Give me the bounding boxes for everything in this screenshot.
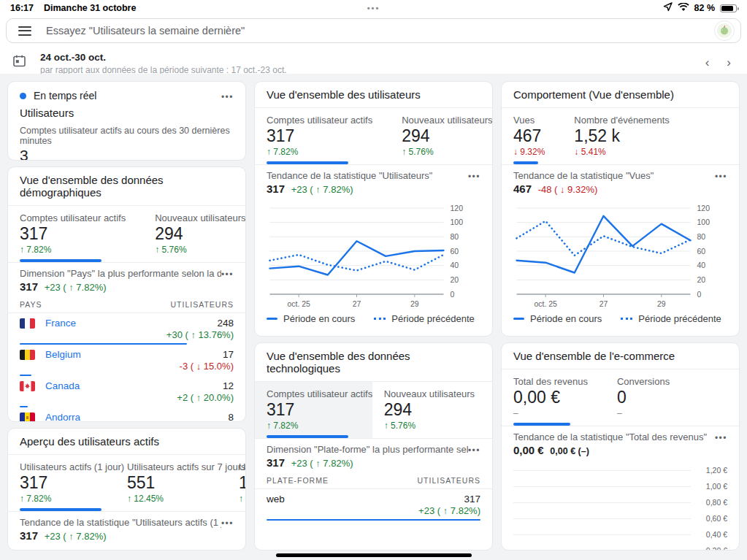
- country-link[interactable]: France: [20, 318, 76, 329]
- tab-new-users[interactable]: Nouveaux utilisateurs 294 ↑ 5.76%: [372, 382, 492, 438]
- table-row: Belgium 17 -3 ( ↓ 15.0%): [8, 345, 245, 376]
- svg-text:oct. 25: oct. 25: [534, 299, 557, 308]
- dotted-line-swatch: [621, 318, 632, 320]
- users-overview-card: Vue d'ensemble des utilisateurs Comptes …: [254, 81, 493, 337]
- chart-legend: Période en cours Période précédente: [255, 312, 492, 324]
- card-title: Comportement (Vue d'ensemble): [502, 82, 739, 108]
- table-header: PLATE-FORME UTILISATEURS: [255, 470, 492, 489]
- account-avatar[interactable]: [714, 20, 735, 41]
- carousel-dots[interactable]: [502, 324, 739, 337]
- table-row: France 248 +30 ( ↑ 13.76%): [8, 313, 245, 345]
- column-3: Comportement (Vue d'ensemble) Vues 467 ↓…: [501, 81, 740, 553]
- trend-section: Tendance de la statistique "Vues" ••• 46…: [502, 165, 739, 196]
- trend-section: Tendance de la statistique "Total des re…: [502, 426, 739, 458]
- trend-title: Tendance de la statistique "Vues": [513, 170, 654, 181]
- tab-conversions[interactable]: Conversions 0 –: [605, 369, 687, 426]
- table-row: Andorra 8 +7 ( ↑ 700.0%): [8, 407, 245, 422]
- metric-tabs: Comptes utilisateur actifs 317 ↑ 7.82% N…: [255, 108, 492, 165]
- screen: ••• 16:17 Dimanche 31 octobre 82 % Essay…: [0, 0, 747, 560]
- dimension-title: Dimension "Pays" la plus performante sel…: [20, 268, 221, 279]
- chart-legend: Période en cours Période précédente: [502, 312, 739, 324]
- country-link[interactable]: Andorra: [20, 412, 80, 422]
- svg-text:27: 27: [353, 299, 361, 308]
- wifi-icon: [678, 3, 689, 14]
- svg-text:80: 80: [697, 232, 706, 241]
- dimension-delta: +23 ( ↑ 7.82%): [291, 458, 353, 469]
- more-options-icon[interactable]: •••: [221, 91, 234, 101]
- tab-active-user-accounts[interactable]: Comptes utilisateur actifs 317 ↑ 7.82%: [255, 382, 372, 438]
- previous-period-chevron[interactable]: ‹: [705, 56, 710, 69]
- trend-title: Tendance de la statistique "Utilisateurs…: [267, 170, 432, 181]
- tab-active-user-accounts[interactable]: Comptes utilisateur actifs 317 ↑ 7.82%: [255, 108, 390, 164]
- menu-icon[interactable]: [18, 26, 31, 36]
- more-options-icon[interactable]: •••: [715, 170, 727, 181]
- home-strip: [0, 551, 747, 560]
- dashboard-grid: En temps réel ••• Utilisateurs Comptes u…: [0, 74, 747, 560]
- next-period-chevron[interactable]: ›: [727, 56, 731, 69]
- metric-tabs: Comptes utilisateur actifs 317 ↑ 7.82% N…: [8, 206, 245, 263]
- home-indicator[interactable]: [276, 553, 472, 557]
- more-options-icon[interactable]: •••: [468, 444, 480, 455]
- trend-value: 467: [513, 183, 532, 195]
- svg-text:0: 0: [451, 290, 455, 299]
- search-bar-container: Essayez "Utilisateurs la semaine dernièr…: [0, 16, 747, 47]
- svg-text:27: 27: [599, 299, 608, 308]
- tab-active-users-7days[interactable]: Utilisateurs actifs sur 7 jours 551 ↑ 12…: [115, 455, 227, 511]
- active-users-card: Aperçu des utilisateurs actifs Utilisate…: [7, 428, 246, 551]
- column-header-dimension: PAYS: [20, 300, 42, 309]
- tab-views[interactable]: Vues 467 ↓ 9.32%: [502, 108, 562, 164]
- tab-active-users-30days[interactable]: Utili 1,4 ↑ 7.: [227, 455, 246, 511]
- tab-active-users-1day[interactable]: Utilisateurs actifs (1 jour) 317 ↑ 7.82%: [8, 455, 115, 511]
- legend-current-period: Période en cours: [283, 313, 355, 324]
- tab-new-users[interactable]: Nouveaux utilisateurs 294 ↑ 5.76%: [143, 206, 246, 262]
- metric-tabs: Total des revenus 0,00 € – Conversions 0…: [502, 369, 739, 426]
- more-options-icon[interactable]: •••: [221, 268, 234, 279]
- dotted-line-swatch: [374, 318, 386, 320]
- status-bar: ••• 16:17 Dimanche 31 octobre 82 %: [0, 0, 747, 16]
- svg-text:120: 120: [697, 204, 710, 212]
- card-title: Vue d'ensemble des données technologique…: [255, 343, 492, 382]
- trend-delta: +23 ( ↑ 7.82%): [45, 531, 107, 542]
- search-bar[interactable]: Essayez "Utilisateurs la semaine dernièr…: [6, 18, 741, 43]
- table-row: Canada 12 +2 ( ↑ 20.0%): [8, 376, 245, 407]
- users-trend-chart: 020406080100120oct. 252729: [255, 198, 492, 312]
- behavior-card: Comportement (Vue d'ensemble) Vues 467 ↓…: [501, 81, 740, 337]
- svg-text:0: 0: [697, 290, 702, 299]
- svg-text:60: 60: [697, 247, 706, 256]
- tab-active-user-accounts[interactable]: Comptes utilisateur actifs 317 ↑ 7.82%: [8, 206, 143, 262]
- status-time: 16:17: [10, 3, 34, 13]
- column-header-metric: UTILISATEURS: [171, 300, 234, 309]
- country-link[interactable]: Belgium: [20, 349, 81, 360]
- legend-current-period: Période en cours: [530, 313, 602, 324]
- ecommerce-card: Vue d'ensemble de l'e-commerce Total des…: [501, 342, 740, 551]
- svg-text:29: 29: [410, 299, 419, 308]
- column-header-dimension: PLATE-FORME: [267, 476, 329, 485]
- flag-canada-icon: [20, 381, 35, 391]
- more-options-icon[interactable]: •••: [221, 517, 234, 528]
- trend-chart-partial: 120: [8, 543, 245, 551]
- tab-event-count[interactable]: Nombre d'événements 1,52 k ↓ 5.41%: [562, 108, 686, 164]
- status-date: Dimanche 31 octobre: [44, 3, 136, 13]
- svg-text:29: 29: [657, 299, 666, 308]
- svg-text:20: 20: [697, 275, 706, 284]
- svg-text:oct. 25: oct. 25: [287, 299, 310, 308]
- country-link[interactable]: Canada: [20, 380, 80, 391]
- table-header: PAYS UTILISATEURS: [8, 294, 245, 313]
- platform-label: web: [267, 494, 285, 505]
- realtime-card: En temps réel ••• Utilisateurs Comptes u…: [7, 81, 246, 161]
- carousel-dots[interactable]: [255, 324, 492, 337]
- revenue-trend-chart: 1,20 €1,00 €0,80 €0,60 €0,40 €0,20 €0,00…: [502, 458, 739, 551]
- flag-andorra-icon: [20, 413, 35, 423]
- dimension-value: 317: [267, 456, 285, 469]
- more-options-icon[interactable]: •••: [715, 431, 727, 442]
- tab-new-users[interactable]: Nouveaux utilisateurs 294 ↑ 5.76%: [390, 108, 493, 164]
- card-title: Aperçu des utilisateurs actifs: [8, 429, 245, 455]
- calendar-icon: [13, 55, 26, 70]
- tab-total-revenue[interactable]: Total des revenus 0,00 € –: [502, 369, 605, 426]
- realtime-badge-label: En temps réel: [34, 90, 96, 101]
- search-input[interactable]: Essayez "Utilisateurs la semaine dernièr…: [46, 25, 714, 37]
- date-range-label: 24 oct.-30 oct.: [40, 52, 705, 63]
- more-options-icon[interactable]: •••: [468, 170, 480, 181]
- apple-avatar-image: [717, 23, 732, 38]
- metric-tabs: Vues 467 ↓ 9.32% Nombre d'événements 1,5…: [502, 108, 739, 165]
